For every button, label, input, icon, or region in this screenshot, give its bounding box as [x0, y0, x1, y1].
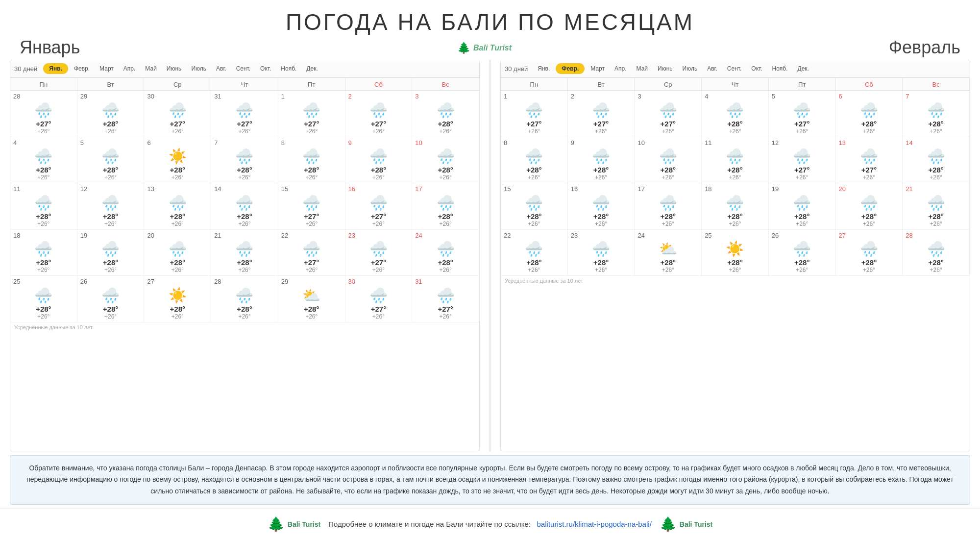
feb-tab-active[interactable]: Февр. — [556, 63, 585, 74]
day-number: 13 — [839, 139, 846, 147]
temp-high: +27° — [348, 305, 409, 313]
weather-icon: 🌧️ — [214, 194, 275, 211]
feb-tab-may[interactable]: Май — [633, 63, 652, 74]
temp-low: +26° — [772, 174, 833, 181]
temp-high: +27° — [348, 212, 409, 220]
weather-icon: 🌧️ — [281, 240, 342, 257]
temp-high: +28° — [281, 305, 342, 313]
month-label-right: Февраль — [889, 37, 960, 58]
day-cell: 11🌧️+28°+26° — [10, 183, 77, 230]
day-number: 21 — [906, 185, 912, 193]
day-header-сб: Сб — [345, 78, 413, 91]
feb-tab-jan[interactable]: Янв. — [534, 63, 554, 74]
temp-high: +28° — [839, 212, 900, 220]
jan-tab-aug[interactable]: Авг. — [212, 63, 230, 74]
weather-icon: 🌧️ — [214, 240, 275, 257]
feb-tab-sep[interactable]: Сент. — [723, 63, 745, 74]
footer-link[interactable]: baliturist.ru/klimat-i-pogoda-na-bali/ — [537, 520, 652, 528]
temp-high: +28° — [13, 305, 74, 313]
day-number: 22 — [504, 232, 511, 240]
day-number: 17 — [415, 185, 422, 193]
jan-tab-sep[interactable]: Сент. — [232, 63, 254, 74]
day-number: 5 — [772, 93, 775, 100]
weather-icon: 🌧️ — [571, 101, 632, 119]
temp-high: +28° — [839, 258, 900, 267]
temp-low: +26° — [13, 267, 74, 273]
day-number: 18 — [13, 232, 20, 240]
weather-icon: ☀️ — [147, 147, 208, 165]
temp-low: +26° — [13, 220, 74, 227]
feb-tab-oct[interactable]: Окт. — [747, 63, 766, 74]
day-cell: 27🌧️+28°+26° — [836, 230, 903, 276]
temp-high: +28° — [415, 166, 476, 174]
feb-tab-nov[interactable]: Нояб. — [768, 63, 792, 74]
feb-tab-jul[interactable]: Июль — [679, 63, 702, 74]
temp-high: +28° — [80, 166, 141, 174]
day-number: 6 — [147, 139, 150, 147]
feb-tab-mar[interactable]: Март — [587, 63, 609, 74]
day-cell: 6☀️+28°+26° — [144, 137, 211, 184]
temp-high: +28° — [348, 166, 409, 174]
day-cell: 19🌧️+28°+26° — [769, 183, 836, 230]
feb-tab-apr[interactable]: Апр. — [611, 63, 631, 74]
day-number: 10 — [637, 139, 644, 147]
day-number: 28 — [214, 278, 221, 286]
temp-high: +27° — [571, 120, 632, 128]
jan-tab-jul[interactable]: Июль — [187, 63, 210, 74]
weather-icon: 🌧️ — [637, 147, 698, 165]
temp-low: +26° — [906, 174, 966, 181]
temp-high: +28° — [13, 258, 74, 267]
temp-high: +27° — [281, 120, 342, 128]
temp-low: +26° — [839, 174, 900, 181]
feb-tab-dec[interactable]: Дек. — [794, 63, 813, 74]
jan-tab-oct[interactable]: Окт. — [256, 63, 275, 74]
main-title: ПОГОДА НА БАЛИ ПО МЕСЯЦАМ — [0, 9, 980, 35]
temp-high: +28° — [147, 212, 208, 220]
jan-tab-mar[interactable]: Март — [96, 63, 118, 74]
day-number: 23 — [348, 232, 355, 240]
weather-icon: 🌧️ — [504, 147, 564, 165]
temp-low: +26° — [80, 267, 141, 273]
jan-tab-active[interactable]: Янв. — [43, 63, 68, 74]
footer-link-area: Подробнее о климате и погоде на Бали чит… — [328, 520, 652, 528]
day-cell: 16🌧️+27°+26° — [345, 183, 413, 230]
day-cell: 28🌧️+28°+26° — [211, 276, 278, 322]
weather-icon: 🌧️ — [906, 240, 966, 257]
temp-high: +28° — [906, 212, 966, 220]
day-number: 8 — [504, 139, 507, 147]
feb-tab-jun[interactable]: Июнь — [654, 63, 677, 74]
weather-icon: 🌧️ — [772, 101, 833, 119]
day-header-ср: Ср — [635, 78, 702, 91]
day-header-вт: Вт — [77, 78, 145, 91]
feb-tab-aug[interactable]: Авг. — [703, 63, 721, 74]
day-cell: 8🌧️+28°+26° — [278, 137, 345, 184]
temp-high: +28° — [214, 258, 275, 267]
temp-low: +26° — [281, 267, 342, 273]
temp-low: +26° — [772, 128, 833, 135]
day-number: 23 — [571, 232, 578, 240]
weather-icon: 🌧️ — [637, 194, 698, 211]
day-number: 25 — [13, 278, 20, 286]
temp-low: +26° — [571, 220, 632, 227]
day-number: 16 — [348, 185, 355, 193]
center-logo-text: Bali Turist — [473, 44, 512, 52]
temp-high: +27° — [281, 258, 342, 267]
day-cell: 9🌧️+28°+26° — [568, 137, 635, 184]
main-container: ПОГОДА НА БАЛИ ПО МЕСЯЦАМ Январь 🌲 Bali … — [0, 0, 980, 539]
day-cell: 20🌧️+28°+26° — [144, 230, 211, 276]
temp-high: +28° — [705, 120, 765, 128]
jan-tab-may[interactable]: Май — [141, 63, 161, 74]
jan-tab-apr[interactable]: Апр. — [120, 63, 140, 74]
day-cell: 22🌧️+28°+26° — [501, 230, 568, 276]
day-number: 19 — [772, 185, 779, 193]
jan-tab-jun[interactable]: Июнь — [163, 63, 186, 74]
weather-icon: 🌧️ — [504, 194, 564, 211]
day-cell: 18🌧️+28°+26° — [702, 183, 769, 230]
day-cell: 23🌧️+27°+26° — [345, 230, 413, 276]
day-cell: 26🌧️+28°+26° — [769, 230, 836, 276]
jan-tab-dec[interactable]: Дек. — [302, 63, 321, 74]
jan-tab-nov[interactable]: Нояб. — [277, 63, 300, 74]
temp-high: +27° — [637, 120, 698, 128]
jan-tab-feb[interactable]: Февр. — [70, 63, 94, 74]
day-number: 14 — [906, 139, 912, 147]
